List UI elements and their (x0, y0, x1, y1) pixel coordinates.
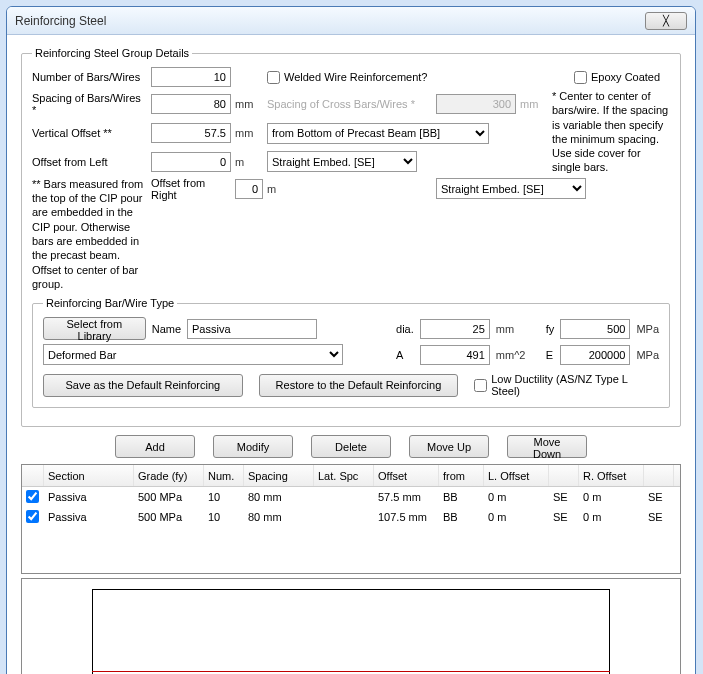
e-label: E (546, 349, 555, 361)
reinforcing-steel-dialog: Reinforcing Steel ╳ Reinforcing Steel Gr… (6, 6, 696, 674)
cross-spacing-unit: mm (520, 98, 548, 110)
num-bars-label: Number of Bars/Wires (32, 71, 147, 83)
table-row[interactable]: Passiva500 MPa1080 mm107.5 mmBB0 mSE0 mS… (22, 507, 680, 527)
fy-input[interactable] (560, 319, 630, 339)
table-row[interactable]: Passiva500 MPa1080 mm57.5 mmBB0 mSE0 mSE (22, 487, 680, 507)
voffset-input[interactable] (151, 123, 231, 143)
dia-input[interactable] (420, 319, 490, 339)
close-button[interactable]: ╳ (645, 12, 687, 30)
spacing-label: Spacing of Bars/Wires * (32, 92, 147, 116)
offset-note: ** Bars measured from the top of the CIP… (32, 177, 147, 291)
bars-table[interactable]: Section Grade (fy) Num. Spacing Lat. Spc… (21, 464, 681, 574)
row-check[interactable] (26, 490, 39, 503)
epoxy-check[interactable] (574, 71, 587, 84)
select-library-button[interactable]: Select from Library (43, 317, 146, 340)
modify-button[interactable]: Modify (213, 435, 293, 458)
dia-label: dia. (396, 323, 414, 335)
welded-wire-checkbox[interactable]: Welded Wire Reinforcement? (267, 71, 432, 84)
cross-spacing-input (436, 94, 516, 114)
dia-unit: mm (496, 323, 540, 335)
save-default-button[interactable]: Save as the Default Reinforcing (43, 374, 243, 397)
loffset-label: Offset from Left (32, 156, 147, 168)
e-unit: MPa (636, 349, 659, 361)
e-input[interactable] (560, 345, 630, 365)
roffset-label: Offset from Right (151, 177, 231, 201)
beam-preview (21, 578, 681, 674)
spacing-unit: mm (235, 98, 263, 110)
voffset-from-select[interactable]: from Bottom of Precast Beam [BB] (267, 123, 489, 144)
cross-spacing-label: Spacing of Cross Bars/Wires * (267, 98, 432, 110)
row-check[interactable] (26, 510, 39, 523)
titlebar: Reinforcing Steel ╳ (7, 7, 695, 35)
roffset-input[interactable] (235, 179, 263, 199)
num-bars-input[interactable] (151, 67, 231, 87)
fy-unit: MPa (636, 323, 659, 335)
restore-default-button[interactable]: Restore to the Default Reinforcing (259, 374, 459, 397)
window-title: Reinforcing Steel (15, 14, 106, 28)
fy-label: fy (546, 323, 555, 335)
delete-button[interactable]: Delete (311, 435, 391, 458)
movedown-button[interactable]: Move Down (507, 435, 587, 458)
a-unit: mm^2 (496, 349, 540, 361)
moveup-button[interactable]: Move Up (409, 435, 489, 458)
low-ductility-checkbox[interactable]: Low Ductility (AS/NZ Type L Steel) (474, 373, 659, 397)
table-header: Section Grade (fy) Num. Spacing Lat. Spc… (22, 465, 680, 487)
spacing-input[interactable] (151, 94, 231, 114)
epoxy-coated-checkbox[interactable]: Epoxy Coated (574, 71, 670, 84)
deform-select[interactable]: Deformed Bar (43, 344, 343, 365)
name-label: Name (152, 323, 181, 335)
add-button[interactable]: Add (115, 435, 195, 458)
voffset-unit: mm (235, 127, 263, 139)
group-details-fieldset: Reinforcing Steel Group Details Number o… (21, 47, 681, 427)
welded-wire-check[interactable] (267, 71, 280, 84)
roffset-unit: m (267, 183, 432, 195)
name-input[interactable] (187, 319, 317, 339)
voffset-label: Vertical Offset ** (32, 127, 147, 139)
group-details-legend: Reinforcing Steel Group Details (32, 47, 192, 59)
spacing-note: * Center to center of bars/wire. If the … (552, 89, 670, 175)
right-embed-select[interactable]: Straight Embed. [SE] (436, 178, 586, 199)
a-input[interactable] (420, 345, 490, 365)
loffset-input[interactable] (151, 152, 231, 172)
low-ductility-check[interactable] (474, 379, 487, 392)
bar-type-legend: Reinforcing Bar/Wire Type (43, 297, 177, 309)
loffset-unit: m (235, 156, 263, 168)
bar-type-fieldset: Reinforcing Bar/Wire Type Select from Li… (32, 297, 670, 408)
left-embed-select[interactable]: Straight Embed. [SE] (267, 151, 417, 172)
a-label: A (396, 349, 414, 361)
